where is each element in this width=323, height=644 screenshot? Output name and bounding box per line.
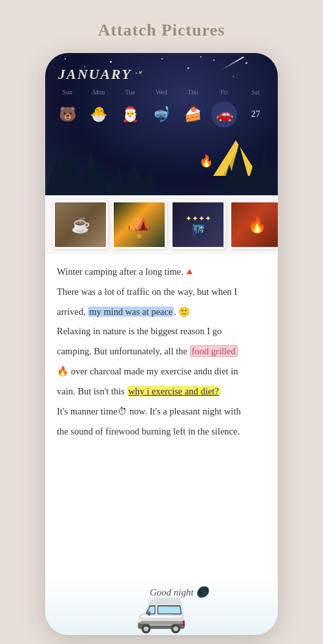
day-tue: Tue xyxy=(117,89,143,96)
photo-tent[interactable]: ⛺ ★ xyxy=(112,200,167,249)
day-sun: Sun xyxy=(54,89,80,96)
journal-line-2: There was a lot of traffic on the way, b… xyxy=(57,283,266,301)
day-wed: Wed xyxy=(149,89,174,96)
journal-line-8: It's manner time⏱ now. It's a pleasant n… xyxy=(57,403,266,420)
highlight-food-grilled: food grilled xyxy=(190,345,238,357)
photo-mug[interactable]: ☕ xyxy=(53,200,108,249)
journal-line-9: the sound of firewood burning left in th… xyxy=(57,423,266,440)
journal-line-4: Relaxing in nature is the biggest reason… xyxy=(57,323,266,340)
page-title: Attatch Pictures xyxy=(98,21,225,40)
journal-line-7: vain. But isn't this why i exercise and … xyxy=(57,383,266,400)
calendar-header: JANUARY ˅ 🔥 Sun Mon xyxy=(45,53,278,195)
journal-line-3: arrived, my mind was at peace. 🙂 xyxy=(57,303,266,321)
cal-emoji-3[interactable]: 🤿 xyxy=(149,102,174,127)
journal-text-area[interactable]: Winter camping after a long time.🔺 There… xyxy=(45,254,278,577)
calendar-day-labels: Sun Mon Tue Wed Thu Fri Sat xyxy=(52,89,271,96)
cal-emoji-4[interactable]: 🍰 xyxy=(180,102,206,127)
journal-content: Winter camping after a long time.🔺 There… xyxy=(57,263,266,440)
photo-strip: ☕ ⛺ ★ ✦✦✦✦ 🌃 🔥 xyxy=(45,195,278,254)
day-thu: Thu xyxy=(180,89,206,96)
photo-string-lights[interactable]: ✦✦✦✦ 🌃 xyxy=(171,200,225,249)
highlight-peace: my mind was at peace xyxy=(88,306,174,317)
calendar-emoji-row: 🐻 🐣 🎅 🤿 🍰 🚗 27 xyxy=(52,102,271,127)
journal-line-1: Winter camping after a long time.🔺 xyxy=(57,263,266,281)
month-dropdown-arrow[interactable]: ˅ xyxy=(136,71,142,81)
cal-emoji-2[interactable]: 🎅 xyxy=(117,102,143,127)
journal-line-5: camping. But unfortunately, all the food… xyxy=(57,343,266,360)
cal-emoji-5-selected[interactable]: 🚗 xyxy=(211,102,237,127)
journal-line-6: 🔥 over charcoal made my exercise andu di… xyxy=(57,363,266,380)
highlight-exercise-diet: why i exercise and diet? xyxy=(127,386,220,396)
month-label: JANUARY ˅ xyxy=(58,66,142,83)
day-fri: Fri xyxy=(211,89,237,96)
phone-frame: JANUARY ˅ 🔥 Sun Mon xyxy=(45,53,278,635)
moon-icon: 🌑 xyxy=(196,586,209,597)
bottom-illustration: Good night 🌑 🚐 xyxy=(45,577,278,635)
photo-campfire[interactable]: 🔥 xyxy=(229,200,278,249)
day-sat: Sat xyxy=(243,89,269,96)
cal-emoji-0[interactable]: 🐻 xyxy=(54,102,80,127)
cal-date-27[interactable]: 27 xyxy=(243,102,269,127)
van-illustration: 🚐 xyxy=(136,586,187,635)
day-mon: Mon xyxy=(86,89,112,96)
cal-emoji-1[interactable]: 🐣 xyxy=(86,102,112,127)
trees-silhouette xyxy=(45,144,278,195)
month-text: JANUARY xyxy=(58,66,131,82)
